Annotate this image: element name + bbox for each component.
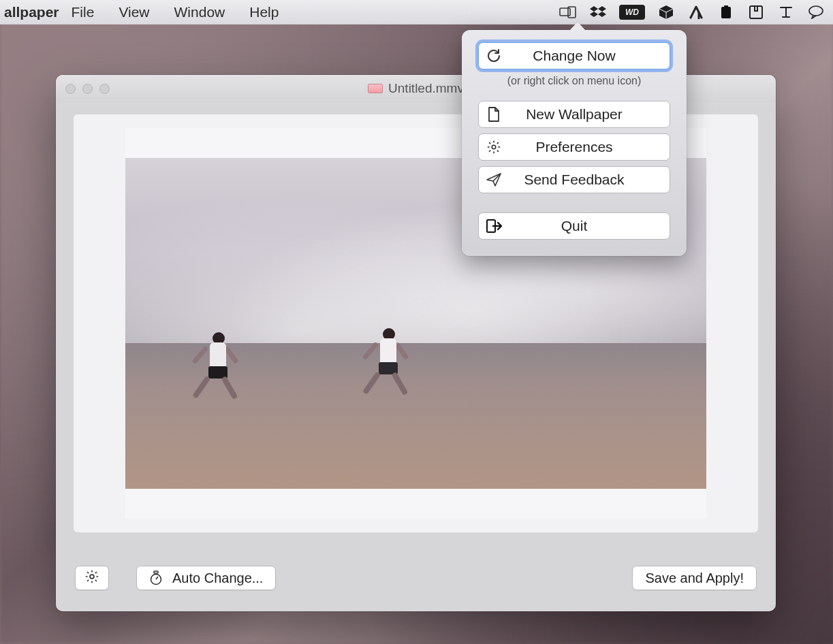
- svg-rect-7: [750, 6, 762, 18]
- svg-line-30: [497, 142, 499, 144]
- package-icon[interactable]: [747, 5, 765, 19]
- close-button[interactable]: [65, 84, 76, 94]
- svg-point-10: [90, 575, 94, 579]
- svg-line-15: [87, 572, 89, 573]
- change-now-button[interactable]: Change Now: [478, 42, 670, 69]
- stopwatch-icon: [149, 570, 163, 585]
- popover-hint: (or right click on menu icon): [478, 75, 670, 87]
- gear-icon: [479, 140, 509, 155]
- svg-point-9: [809, 6, 823, 16]
- bottom-toolbar: Auto Change... Save and Apply!: [56, 545, 776, 611]
- minimize-button[interactable]: [82, 84, 93, 94]
- svg-rect-6: [724, 5, 728, 8]
- settings-button[interactable]: [75, 566, 109, 590]
- svg-rect-8: [755, 6, 757, 11]
- window-controls: [65, 84, 110, 94]
- system-menubar: allpaper File View Window Help WD: [0, 0, 833, 25]
- triangle-icon[interactable]: [687, 5, 705, 19]
- quit-label: Quit: [509, 218, 670, 234]
- window-title: Untitled.mmv: [388, 81, 464, 96]
- menu-view[interactable]: View: [119, 4, 149, 20]
- document-icon: [479, 106, 509, 123]
- wd-icon[interactable]: WD: [619, 5, 645, 19]
- preview-letterbox-bottom: [125, 489, 706, 519]
- paper-plane-icon: [479, 172, 509, 187]
- new-wallpaper-button[interactable]: New Wallpaper: [478, 101, 670, 128]
- send-feedback-label: Send Feedback: [509, 172, 670, 188]
- app-name-menu[interactable]: allpaper: [4, 4, 59, 20]
- auto-change-button[interactable]: Auto Change...: [136, 566, 276, 590]
- zoom-button[interactable]: [99, 84, 110, 94]
- refresh-icon: [479, 48, 509, 64]
- preferences-label: Preferences: [509, 139, 670, 155]
- svg-line-18: [95, 572, 97, 573]
- auto-change-label: Auto Change...: [172, 570, 263, 586]
- save-apply-button[interactable]: Save and Apply!: [632, 566, 757, 590]
- quit-button[interactable]: Quit: [478, 212, 670, 240]
- svg-point-22: [492, 145, 496, 149]
- clipboard-icon[interactable]: [717, 5, 735, 19]
- svg-rect-5: [721, 7, 731, 18]
- menubar-status-area: WD: [559, 5, 829, 19]
- svg-rect-21: [154, 571, 158, 573]
- svg-line-17: [87, 579, 89, 581]
- svg-line-28: [497, 150, 499, 152]
- cube-icon[interactable]: [657, 5, 675, 19]
- svg-line-27: [489, 142, 490, 144]
- text-icon[interactable]: [777, 5, 795, 19]
- send-feedback-button[interactable]: Send Feedback: [478, 166, 670, 193]
- menu-window[interactable]: Window: [174, 4, 225, 20]
- svg-line-16: [95, 579, 97, 581]
- new-wallpaper-label: New Wallpaper: [509, 106, 670, 123]
- preferences-button[interactable]: Preferences: [478, 133, 670, 161]
- chat-icon[interactable]: [807, 5, 825, 19]
- menu-help[interactable]: Help: [249, 4, 279, 20]
- displays-icon[interactable]: [559, 5, 577, 19]
- menubar-popover: Change Now (or right click on menu icon)…: [462, 30, 687, 256]
- dropbox-icon[interactable]: [589, 5, 607, 19]
- svg-line-20: [156, 577, 158, 579]
- document-icon: [368, 84, 383, 93]
- change-now-label: Change Now: [509, 48, 670, 64]
- exit-icon: [479, 219, 509, 234]
- gear-icon: [84, 569, 99, 587]
- menu-file[interactable]: File: [72, 4, 95, 20]
- svg-line-29: [489, 150, 490, 152]
- save-apply-label: Save and Apply!: [645, 570, 744, 586]
